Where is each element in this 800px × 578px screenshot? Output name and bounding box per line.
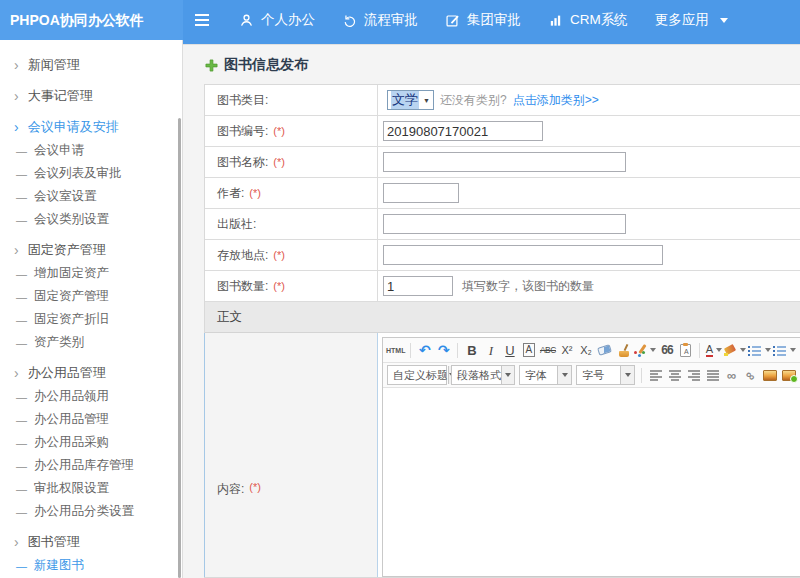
font-size-select[interactable]: 字号 [576, 365, 635, 385]
form-row-author: 作者:(*) [205, 178, 800, 209]
sidebar-group[interactable]: 新闻管理 [0, 53, 182, 77]
main-content: 图书信息发布 图书类目: 文学 ▼ 还没有类别? 点击添加类别>> 图书编号:(… [183, 40, 800, 578]
toolbar-separator [699, 343, 700, 358]
undo-button[interactable]: ↶ [416, 340, 433, 361]
toolbar-separator [410, 343, 411, 358]
undo-icon: ↶ [419, 343, 431, 357]
align-justify-button[interactable] [704, 365, 721, 386]
caret-down-icon [501, 366, 514, 384]
spellcheck-button[interactable] [634, 340, 656, 361]
sidebar-item-label: 审批权限设置 [34, 480, 109, 497]
sidebar-item[interactable]: 固定资产管理 [0, 285, 182, 308]
sidebar-group[interactable]: 固定资产管理 [0, 238, 182, 262]
char-border-button[interactable]: A [520, 340, 537, 361]
book-name-input[interactable] [383, 152, 626, 172]
category-select[interactable]: 文学 ▼ [387, 90, 434, 110]
sidebar-item[interactable]: 办公用品管理 [0, 408, 182, 431]
sidebar-group[interactable]: 图书管理 [0, 530, 182, 554]
nav-workflow-approval[interactable]: 流程审批 [342, 11, 418, 29]
ordered-list-button[interactable] [748, 340, 771, 361]
bold-icon: B [467, 344, 476, 357]
align-left-button[interactable] [647, 365, 664, 386]
nav-personal-office[interactable]: 个人办公 [239, 11, 315, 29]
nav-group-approval[interactable]: 集团审批 [445, 11, 521, 29]
editor-toolbar-row2: 自定义标题段落格式字体字号∞∞ [383, 363, 800, 388]
sidebar-item[interactable]: 办公用品库存管理 [0, 454, 182, 477]
strikethrough-button[interactable]: ABC [539, 340, 556, 361]
person-icon [239, 13, 254, 28]
content-top-strip [183, 40, 800, 45]
italic-icon: I [489, 344, 493, 357]
sidebar-item[interactable]: 办公用品采购 [0, 431, 182, 454]
sidebar-item[interactable]: 资产类别 [0, 331, 182, 354]
insert-image-icon [763, 370, 777, 381]
link-button[interactable]: ∞ [723, 365, 740, 386]
paragraph-format-select-label: 段落格式 [457, 368, 501, 383]
required-mark: (*) [273, 125, 285, 137]
sidebar-item-label: 资产类别 [34, 334, 84, 351]
sidebar-group[interactable]: 大事记管理 [0, 84, 182, 108]
insert-image-button[interactable] [761, 365, 778, 386]
sidebar-item[interactable]: 办公用品分类设置 [0, 500, 182, 523]
menu-toggle-button[interactable] [189, 7, 215, 33]
sidebar-item-label: 办公用品管理 [34, 411, 109, 428]
font-size-select-label: 字号 [582, 368, 604, 383]
eraser-button[interactable] [596, 340, 613, 361]
subscript-icon: X₂ [580, 345, 592, 356]
custom-title-select[interactable]: 自定义标题 [387, 365, 447, 385]
sidebar-item[interactable]: 会议室设置 [0, 185, 182, 208]
nav-more-apps[interactable]: 更多应用 [655, 11, 728, 29]
insert-flash-button[interactable] [780, 365, 797, 386]
nav-crm-system[interactable]: CRM系统 [548, 11, 628, 29]
top-nav: 个人办公流程审批集团审批CRM系统更多应用 [239, 11, 728, 29]
caret-down-icon [650, 348, 656, 352]
sidebar-item[interactable]: 会议列表及审批 [0, 162, 182, 185]
add-icon [205, 59, 218, 72]
bold-button[interactable]: B [463, 340, 480, 361]
quantity-input[interactable] [383, 276, 453, 296]
italic-button[interactable]: I [482, 340, 499, 361]
caret-down-icon [557, 366, 571, 384]
sidebar-item[interactable]: 固定资产折旧 [0, 308, 182, 331]
sidebar-scrollbar[interactable] [178, 118, 181, 578]
editor-toolbar-row1: HTML↶↷BIUAABCX²X₂66A [383, 338, 800, 363]
editor-content-area[interactable] [383, 388, 800, 576]
sidebar-group[interactable]: 办公用品管理 [0, 361, 182, 385]
sidebar-item[interactable]: 会议申请 [0, 139, 182, 162]
redo-button[interactable]: ↷ [435, 340, 452, 361]
source-button[interactable]: HTML [386, 340, 405, 361]
subscript-button[interactable]: X₂ [577, 340, 594, 361]
chart-icon [548, 13, 563, 28]
sidebar-item[interactable]: 增加固定资产 [0, 262, 182, 285]
page-title-text: 图书信息发布 [224, 56, 308, 74]
align-center-button[interactable] [666, 365, 683, 386]
font-family-select[interactable]: 字体 [519, 365, 572, 385]
add-category-link[interactable]: 点击添加类别>> [513, 92, 599, 109]
paste-text-button[interactable] [677, 340, 694, 361]
format-brush-button[interactable] [615, 340, 632, 361]
sidebar-item[interactable]: 办公用品领用 [0, 385, 182, 408]
sidebar-group[interactable]: 会议申请及安排 [0, 115, 182, 139]
sidebar-group-label: 新闻管理 [28, 56, 80, 74]
sidebar-item[interactable]: 新建图书 [0, 554, 182, 577]
sidebar-group-label: 大事记管理 [28, 87, 93, 105]
blockquote-button[interactable]: 66 [658, 340, 675, 361]
sidebar-item-label: 固定资产管理 [34, 288, 109, 305]
location-input[interactable] [383, 245, 663, 265]
font-color-button[interactable]: A [705, 340, 722, 361]
align-right-button[interactable] [685, 365, 702, 386]
book-code-input[interactable] [383, 121, 543, 141]
unordered-list-button[interactable] [773, 340, 796, 361]
highlight-color-button[interactable] [724, 340, 746, 361]
paragraph-format-select[interactable]: 段落格式 [451, 365, 515, 385]
required-mark: (*) [273, 249, 285, 261]
sidebar-item[interactable]: 审批权限设置 [0, 477, 182, 500]
publisher-input[interactable] [383, 214, 626, 234]
underline-button[interactable]: U [501, 340, 518, 361]
font-color-icon: A [706, 344, 713, 357]
unlink-button[interactable]: ∞ [742, 365, 759, 386]
superscript-button[interactable]: X² [558, 340, 575, 361]
author-input[interactable] [383, 183, 459, 203]
sidebar-item[interactable]: 会议类别设置 [0, 208, 182, 231]
nav-label: 集团审批 [467, 11, 521, 29]
